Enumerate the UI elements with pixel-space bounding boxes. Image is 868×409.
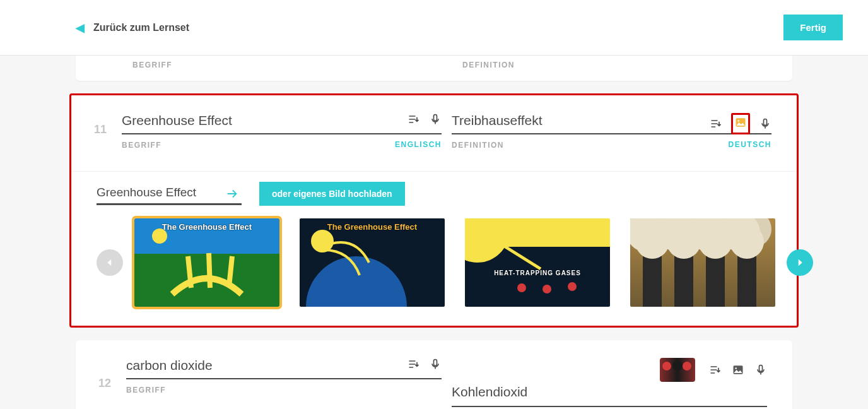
image-icon[interactable] bbox=[734, 116, 747, 129]
svg-rect-3 bbox=[764, 119, 767, 126]
image-icon[interactable] bbox=[732, 364, 744, 376]
svg-point-2 bbox=[737, 120, 739, 122]
carousel-prev-button[interactable] bbox=[97, 249, 123, 276]
options-icon[interactable] bbox=[408, 113, 420, 126]
mic-icon[interactable] bbox=[759, 117, 771, 130]
card-12: 12 carbon dioxide BEGRIFF Kohlend bbox=[76, 340, 792, 409]
svg-point-5 bbox=[311, 230, 334, 252]
svg-point-10 bbox=[568, 282, 577, 291]
svg-point-8 bbox=[517, 283, 526, 292]
content: BEGRIFF DEFINITION 11 Greenhouse Effect … bbox=[0, 56, 868, 409]
back-arrow-icon: ◀ bbox=[76, 21, 85, 35]
svg-point-13 bbox=[735, 367, 737, 369]
svg-rect-0 bbox=[434, 115, 437, 121]
mic-icon[interactable] bbox=[754, 364, 767, 376]
image-result-1[interactable]: The Greenhouse Effect bbox=[134, 218, 279, 307]
image-results: The Greenhouse Effect The Greenhouse Eff… bbox=[134, 218, 775, 307]
image-result-3[interactable]: HEAT-TRAPPING GASES bbox=[465, 218, 610, 307]
attached-image-thumb[interactable] bbox=[660, 358, 695, 382]
term-input[interactable]: carbon dioxide bbox=[126, 358, 442, 379]
mic-icon[interactable] bbox=[429, 113, 442, 126]
options-icon[interactable] bbox=[408, 358, 420, 370]
image-search-input[interactable] bbox=[97, 183, 242, 205]
add-image-highlight bbox=[731, 113, 750, 134]
card-11: 11 Greenhouse Effect BEGRIFF ENGLISCH Tr… bbox=[69, 93, 799, 328]
svg-rect-14 bbox=[760, 365, 763, 372]
mic-icon[interactable] bbox=[429, 358, 442, 370]
back-to-set-link[interactable]: ◀ Zurück zum Lernset bbox=[76, 21, 189, 35]
back-label: Zurück zum Lernset bbox=[93, 22, 189, 33]
prev-card-footer: BEGRIFF DEFINITION bbox=[76, 56, 792, 81]
svg-point-9 bbox=[542, 285, 551, 293]
term-input[interactable]: Greenhouse Effect bbox=[122, 113, 442, 134]
image-result-4[interactable] bbox=[630, 218, 775, 307]
svg-rect-11 bbox=[434, 360, 437, 366]
term-label: BEGRIFF bbox=[122, 139, 161, 150]
done-button[interactable]: Fertig bbox=[783, 15, 843, 40]
carousel-next-button[interactable] bbox=[787, 249, 813, 276]
definition-label: DEFINITION bbox=[452, 139, 504, 150]
options-icon[interactable] bbox=[710, 117, 722, 130]
image-search-panel: oder eigenes Bild hochladen The Greenhou… bbox=[71, 171, 797, 326]
image-result-2[interactable]: The Greenhouse Effect bbox=[300, 218, 445, 307]
definition-label: DEFINITION bbox=[462, 59, 767, 69]
topbar: ◀ Zurück zum Lernset Fertig bbox=[0, 0, 868, 56]
term-language[interactable]: ENGLISCH bbox=[395, 140, 442, 149]
card-number: 11 bbox=[89, 113, 112, 150]
svg-point-7 bbox=[465, 218, 509, 263]
svg-point-4 bbox=[152, 228, 167, 244]
term-label: BEGRIFF bbox=[132, 59, 437, 69]
term-label: BEGRIFF bbox=[126, 384, 166, 394]
upload-own-image-button[interactable]: oder eigenes Bild hochladen bbox=[259, 182, 405, 206]
card-number: 12 bbox=[93, 358, 116, 409]
definition-input[interactable]: Kohlendioxid bbox=[452, 384, 767, 407]
svg-point-6 bbox=[306, 256, 407, 307]
definition-language[interactable]: DEUTSCH bbox=[728, 140, 771, 149]
options-icon[interactable] bbox=[709, 364, 722, 376]
search-submit-icon[interactable] bbox=[225, 187, 239, 203]
